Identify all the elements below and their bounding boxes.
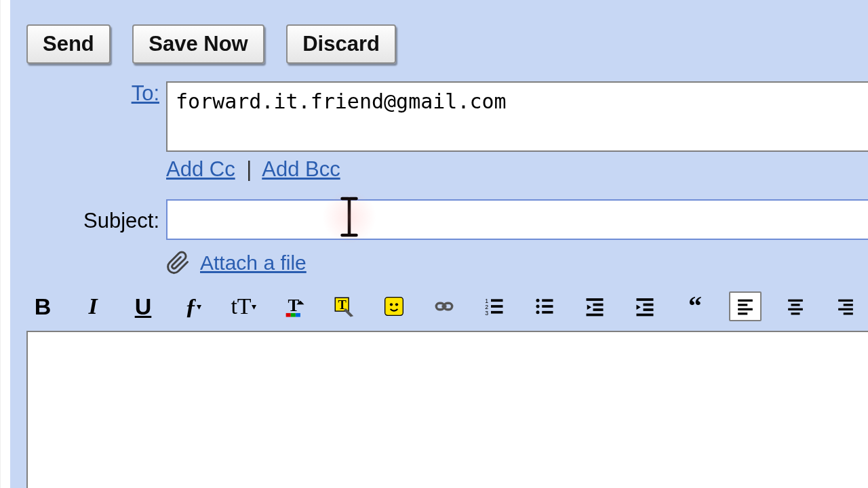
svg-point-20 [536,305,540,308]
svg-rect-2 [291,313,296,317]
subject-label: Subject: [10,209,166,233]
font-family-button[interactable]: ƒ▾ [177,291,210,321]
svg-rect-3 [296,313,300,317]
left-sidebar [0,0,1,488]
svg-point-8 [395,303,398,306]
add-bcc-link[interactable]: Add Bcc [262,157,340,181]
text-color-button[interactable]: T [277,291,310,321]
bold-button[interactable]: B [26,291,59,321]
format-toolbar: B I U ƒ▾ tT▾ T T [26,291,868,321]
attach-file-link[interactable]: Attach a file [200,251,307,274]
compose-panel: Send Save Now Discard To: forward.it.fri… [10,0,868,488]
quote-button[interactable]: “ [679,291,711,321]
svg-rect-6 [385,298,403,316]
font-size-button[interactable]: tT▾ [227,291,260,321]
discard-button[interactable]: Discard [286,24,396,64]
send-button[interactable]: Send [26,24,111,64]
message-body[interactable] [26,331,868,488]
svg-rect-1 [286,313,291,317]
outdent-button[interactable] [578,291,611,321]
align-center-button[interactable] [779,291,812,321]
link-button[interactable] [428,291,460,321]
indent-button[interactable] [629,291,661,321]
highlight-button[interactable]: T [328,291,360,321]
align-left-button[interactable] [729,291,762,321]
emoji-button[interactable] [378,291,410,321]
svg-text:3: 3 [485,310,488,317]
italic-button[interactable]: I [77,291,109,321]
to-field[interactable]: forward.it.friend@gmail.com [166,81,868,152]
align-right-button[interactable] [829,291,862,321]
underline-button[interactable]: U [127,291,159,321]
paperclip-icon [166,251,191,275]
svg-point-7 [390,303,393,306]
cc-bcc-separator: | [246,157,252,181]
to-label[interactable]: To: [132,81,159,105]
svg-point-22 [536,310,540,314]
svg-text:T: T [288,296,300,315]
save-now-button[interactable]: Save Now [132,24,264,64]
subject-field[interactable] [166,199,868,240]
numbered-list-button[interactable]: 1 2 3 [478,291,511,321]
add-cc-link[interactable]: Add Cc [166,157,235,181]
svg-point-18 [536,299,540,302]
bullet-list-button[interactable] [528,291,561,321]
